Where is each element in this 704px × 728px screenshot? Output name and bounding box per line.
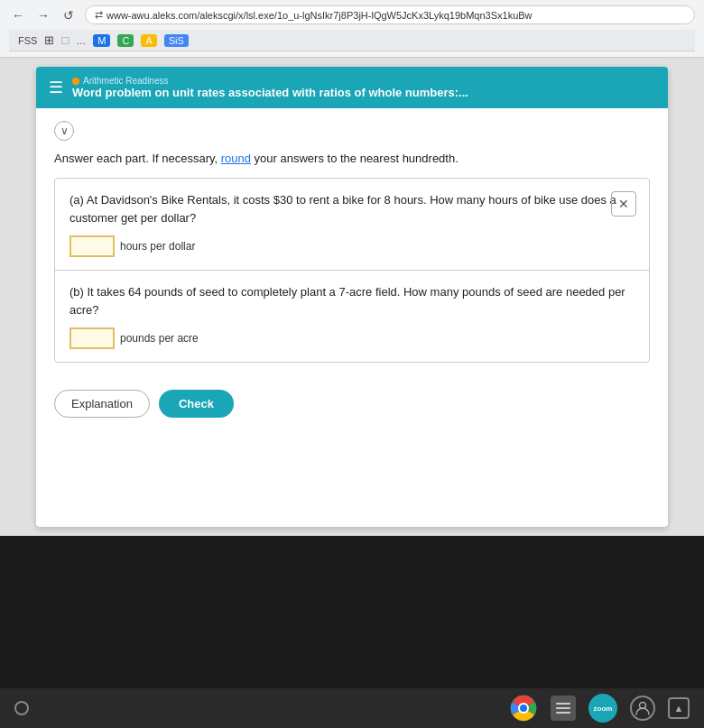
browser-nav: ← → ↺ ⇄ www-awu.aleks.com/alekscgi/x/lsl… bbox=[9, 5, 695, 24]
close-button[interactable]: ✕ bbox=[611, 191, 636, 217]
problem-part-b: (b) It takes 64 pounds of seed to comple… bbox=[55, 271, 649, 362]
answer-row-a: hours per dollar bbox=[69, 235, 635, 257]
hamburger-icon[interactable]: ☰ bbox=[49, 78, 63, 97]
header-title: Word problem on unit rates associated wi… bbox=[72, 86, 468, 99]
content-area: ∨ Answer each part. If necessary, round … bbox=[36, 108, 668, 439]
reload-button[interactable]: ↺ bbox=[60, 6, 78, 24]
instructions: Answer each part. If necessary, round yo… bbox=[54, 152, 650, 165]
bookmark-dots[interactable]: … bbox=[76, 35, 86, 46]
avatar-icon[interactable] bbox=[630, 696, 655, 721]
answer-input-b[interactable] bbox=[69, 327, 115, 349]
system-taskbar: zoom ▲ bbox=[0, 688, 704, 728]
main-content: ☰ Arithmetic Readiness Word problem on u… bbox=[0, 58, 704, 536]
browser-bookmarks-bar: FSS ⊞ □ … M C A SiS bbox=[9, 30, 695, 51]
bottom-buttons: Explanation Check bbox=[54, 390, 650, 427]
taskbar-circle-icon[interactable] bbox=[14, 701, 29, 715]
check-button[interactable]: Check bbox=[159, 390, 234, 418]
bookmark-grid[interactable]: ⊞ bbox=[44, 33, 54, 47]
bookmark-sis[interactable]: SiS bbox=[164, 34, 189, 47]
round-link[interactable]: round bbox=[221, 152, 251, 165]
aleks-panel: ☰ Arithmetic Readiness Word problem on u… bbox=[36, 67, 668, 527]
bookmark-a[interactable]: A bbox=[141, 34, 156, 47]
chrome-icon[interactable] bbox=[509, 694, 538, 723]
menu-lines-icon[interactable] bbox=[551, 696, 576, 721]
browser-chrome: ← → ↺ ⇄ www-awu.aleks.com/alekscgi/x/lsl… bbox=[0, 0, 704, 58]
answer-label-a: hours per dollar bbox=[120, 240, 195, 253]
taskbar-icons-right: zoom ▲ bbox=[509, 694, 690, 723]
header-subtitle: Arithmetic Readiness bbox=[72, 76, 468, 86]
answer-input-a[interactable] bbox=[69, 235, 115, 257]
problem-part-a: (a) At Davidson's Bike Rentals, it costs… bbox=[55, 179, 649, 271]
bookmark-divider: □ bbox=[61, 33, 69, 47]
problem-text-b: (b) It takes 64 pounds of seed to comple… bbox=[69, 283, 635, 318]
status-dot bbox=[72, 78, 79, 85]
problem-box: ✕ (a) At Davidson's Bike Rentals, it cos… bbox=[54, 178, 650, 363]
aleks-header: ☰ Arithmetic Readiness Word problem on u… bbox=[36, 67, 668, 108]
expand-icon[interactable]: ▲ bbox=[668, 697, 690, 719]
bookmark-c[interactable]: C bbox=[117, 34, 134, 47]
answer-row-b: pounds per acre bbox=[69, 327, 635, 349]
svg-point-2 bbox=[520, 705, 527, 712]
problem-text-a: (a) At Davidson's Bike Rentals, it costs… bbox=[69, 191, 635, 226]
bookmark-fss[interactable]: FSS bbox=[18, 35, 37, 46]
chevron-button[interactable]: ∨ bbox=[54, 121, 74, 141]
explanation-button[interactable]: Explanation bbox=[54, 390, 150, 418]
answer-label-b: pounds per acre bbox=[120, 332, 199, 345]
url-text: www-awu.aleks.com/alekscgi/x/lsl.exe/1o_… bbox=[107, 10, 533, 21]
address-bar[interactable]: ⇄ www-awu.aleks.com/alekscgi/x/lsl.exe/1… bbox=[85, 5, 695, 24]
header-text-block: Arithmetic Readiness Word problem on uni… bbox=[72, 76, 468, 99]
back-button[interactable]: ← bbox=[9, 6, 27, 24]
forward-button[interactable]: → bbox=[34, 6, 52, 24]
zoom-button[interactable]: zoom bbox=[588, 694, 617, 723]
bookmark-m[interactable]: M bbox=[93, 34, 110, 47]
